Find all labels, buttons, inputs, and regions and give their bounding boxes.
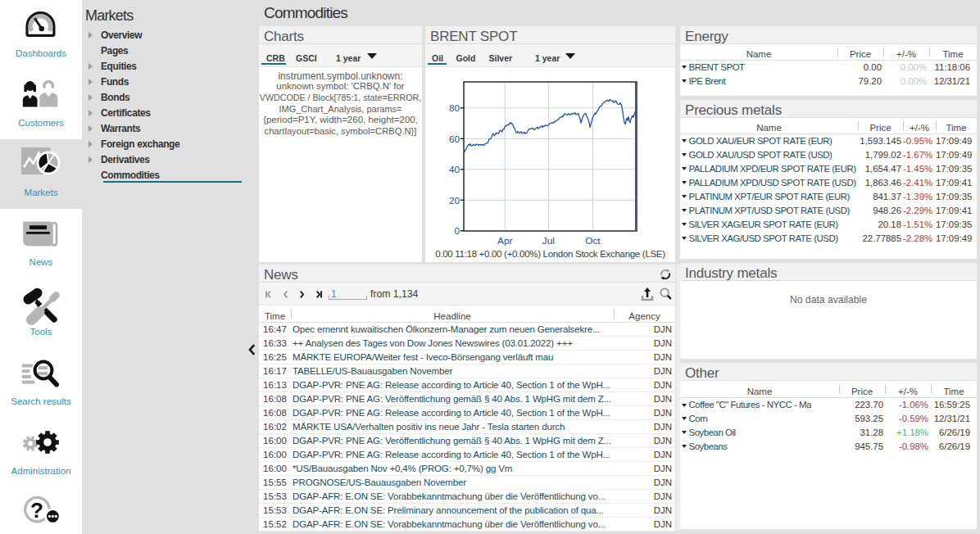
svg-text:60: 60 <box>449 134 461 145</box>
svg-text:0.00 11:18 +0.00 (+0.00%) Lond: 0.00 11:18 +0.00 (+0.00%) London Stock E… <box>435 249 665 259</box>
svg-text:?: ? <box>30 498 43 523</box>
svg-text:40: 40 <box>449 164 461 175</box>
svg-text:Oct: Oct <box>585 235 601 247</box>
svg-text:20: 20 <box>449 195 461 206</box>
svg-text:80: 80 <box>449 102 461 114</box>
svg-text:0: 0 <box>454 225 460 237</box>
svg-text:Jul: Jul <box>542 235 555 247</box>
svg-text:Apr: Apr <box>497 235 512 247</box>
